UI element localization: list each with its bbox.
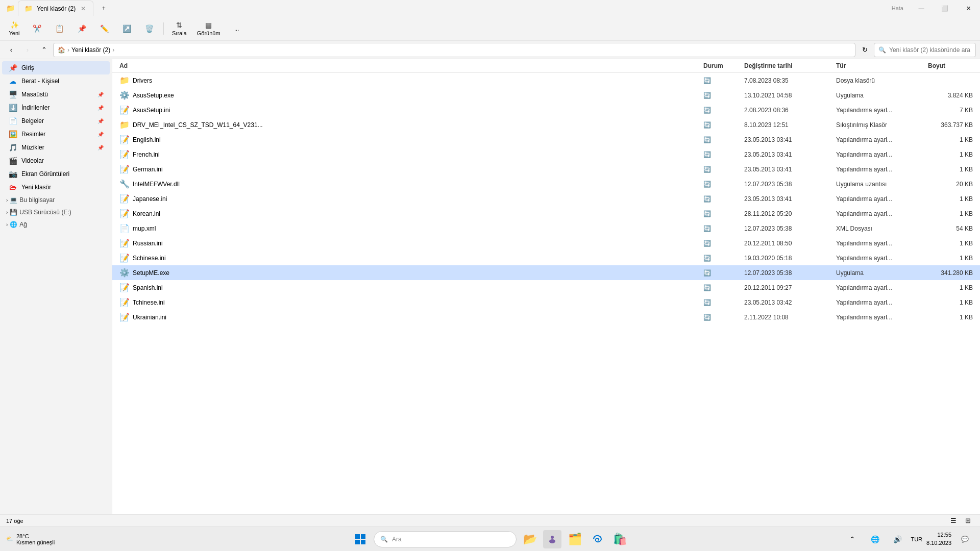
- sync-icon: 🔄: [703, 181, 711, 188]
- table-row[interactable]: 📝 Schinese.ini 🔄 19.03.2020 05:18 Yapıla…: [112, 251, 980, 265]
- col-size[interactable]: Boyut: [925, 61, 976, 70]
- taskbar-store-button[interactable]: 🛍️: [610, 530, 629, 548]
- paste-button[interactable]: 📌: [71, 18, 92, 39]
- col-type[interactable]: Tür: [833, 61, 925, 70]
- file-type: Yapılandırma ayarl...: [833, 253, 925, 263]
- sidebar-yeniklasor-label: Yeni klasör: [21, 184, 51, 191]
- minimize-button[interactable]: —: [910, 0, 933, 16]
- table-row[interactable]: 📝 English.ini 🔄 23.05.2013 03:41 Yapılan…: [112, 132, 980, 147]
- sound-icon[interactable]: 🔊: [888, 530, 906, 548]
- sync-icon: 🔄: [703, 166, 711, 173]
- grid-view-button[interactable]: ⊞: [962, 516, 974, 526]
- table-row[interactable]: 📝 Japanese.ini 🔄 23.05.2013 03:41 Yapıla…: [112, 191, 980, 206]
- delete-button[interactable]: 🗑️: [139, 18, 159, 39]
- sidebar-item-indirilenler[interactable]: ⬇️ İndirilenler 📌: [2, 101, 110, 114]
- table-row[interactable]: 📁 DRV_MEI_Intel_CS_SZ_TSD_W11_64_V231...…: [112, 117, 980, 132]
- pin-indicator-3: 📌: [97, 118, 104, 124]
- sidebar-group-ag[interactable]: › 🌐 Ağ: [0, 218, 112, 231]
- table-row[interactable]: 📝 Spanish.ini 🔄 20.12.2011 09:27 Yapılan…: [112, 280, 980, 295]
- table-row[interactable]: 📝 Tchinese.ini 🔄 23.05.2013 03:42 Yapıla…: [112, 295, 980, 310]
- more-button[interactable]: ...: [227, 18, 247, 39]
- search-box[interactable]: 🔍: [874, 43, 976, 57]
- file-modified: 2.08.2023 08:36: [741, 105, 833, 115]
- sidebar-group-usb[interactable]: › 💾 USB Sürücüsü (E:): [0, 206, 112, 218]
- file-status: 🔄: [700, 179, 741, 189]
- sidebar-group-bilgisayar[interactable]: › 💻 Bu bilgisayar: [0, 194, 112, 206]
- file-name: English.ini: [133, 136, 161, 143]
- new-tab-button[interactable]: +: [95, 1, 112, 16]
- taskbar-edge-button[interactable]: [588, 530, 606, 548]
- close-button[interactable]: ✕: [957, 0, 980, 16]
- show-hidden-icons-button[interactable]: ⌃: [843, 530, 862, 548]
- taskbar-start-button[interactable]: [351, 530, 370, 548]
- notification-button[interactable]: 💬: [955, 530, 974, 548]
- sidebar-item-resimler[interactable]: 🖼️ Resimler 📌: [2, 128, 110, 141]
- col-status[interactable]: Durum: [700, 61, 741, 70]
- sidebar-item-cloud[interactable]: ☁ Berat - Kişisel: [2, 74, 110, 88]
- forward-button[interactable]: ›: [20, 43, 35, 57]
- file-size: 363.737 KB: [925, 120, 976, 130]
- sort-button[interactable]: ⇅ Sırala: [168, 18, 191, 39]
- address-path[interactable]: 🏠 › Yeni klasör (2) ›: [53, 43, 855, 57]
- view-button[interactable]: ▦ Görünüm: [193, 18, 225, 39]
- sidebar-item-masaustu[interactable]: 🖥️ Masaüstü 📌: [2, 88, 110, 101]
- table-row[interactable]: 📁 Drivers 🔄 7.08.2023 08:35 Dosya klasör…: [112, 73, 980, 88]
- taskbar-files-button[interactable]: 📂: [521, 530, 539, 548]
- refresh-button[interactable]: ↻: [857, 43, 872, 57]
- network-icon-taskbar[interactable]: 🌐: [866, 530, 884, 548]
- sort-label: Sırala: [172, 30, 187, 36]
- file-modified: 12.07.2023 05:38: [741, 223, 833, 234]
- table-row[interactable]: 📝 German.ini 🔄 23.05.2013 03:41 Yapıland…: [112, 162, 980, 177]
- path-segment[interactable]: Yeni klasör (2): [71, 46, 110, 54]
- col-modified[interactable]: Değiştirme tarihi: [741, 61, 833, 70]
- col-name[interactable]: Ad: [116, 61, 700, 70]
- sync-icon: 🔄: [703, 314, 711, 321]
- up-button[interactable]: ⌃: [37, 43, 51, 57]
- pin-indicator-2: 📌: [97, 105, 104, 111]
- home-icon: 🏠: [58, 46, 65, 54]
- sidebar-item-giris[interactable]: 📌 Giriş: [2, 61, 110, 74]
- new-icon: ✨: [10, 21, 19, 29]
- table-row[interactable]: 📝 Ukrainian.ini 🔄 2.11.2022 10:08 Yapıla…: [112, 310, 980, 324]
- rename-button[interactable]: ✏️: [94, 18, 114, 39]
- back-button[interactable]: ‹: [4, 43, 18, 57]
- sidebar-item-videolar[interactable]: 🎬 Videolar: [2, 154, 110, 167]
- table-row[interactable]: 🔧 IntelMEFWVer.dll 🔄 12.07.2023 05:38 Uy…: [112, 177, 980, 191]
- taskbar-teams-button[interactable]: [543, 530, 561, 548]
- sync-icon: 🔄: [703, 240, 711, 247]
- sidebar-item-yeniklasör[interactable]: 🗁 Yeni klasör: [2, 181, 110, 194]
- tab-close-icon[interactable]: ✕: [80, 5, 87, 12]
- sidebar-ekran-label: Ekran Görüntüleri: [21, 170, 69, 178]
- table-row[interactable]: ⚙️ SetupME.exe 🔄 12.07.2023 05:38 Uygula…: [112, 265, 980, 280]
- table-row[interactable]: 📝 AsusSetup.ini 🔄 2.08.2023 08:36 Yapıla…: [112, 103, 980, 117]
- table-row[interactable]: ⚙️ AsusSetup.exe 🔄 13.10.2021 04:58 Uygu…: [112, 88, 980, 103]
- pin-indicator-5: 📌: [97, 145, 104, 151]
- list-view-button[interactable]: ☰: [947, 516, 960, 526]
- table-row[interactable]: 📝 Korean.ini 🔄 28.11.2012 05:20 Yapıland…: [112, 206, 980, 221]
- tab-active[interactable]: 📁 Yeni klasör (2) ✕: [18, 1, 93, 16]
- svg-rect-1: [361, 534, 365, 539]
- sidebar-item-ekran[interactable]: 📷 Ekran Görüntüleri: [2, 167, 110, 181]
- file-modified: 12.07.2023 05:38: [741, 268, 833, 278]
- weather-widget[interactable]: ⛅ 28°C Kısmen güneşli: [6, 533, 55, 545]
- sidebar-item-muzikler[interactable]: 🎵 Müzikler 📌: [2, 141, 110, 154]
- file-modified: 20.12.2011 09:27: [741, 283, 833, 293]
- computer-icon: 💻: [10, 196, 17, 204]
- cut-button[interactable]: ✂️: [27, 18, 47, 39]
- taskbar-search-bar[interactable]: 🔍 Ara: [374, 531, 517, 547]
- maximize-button[interactable]: ⬜: [933, 0, 957, 16]
- table-row[interactable]: 📝 Russian.ini 🔄 20.12.2011 08:50 Yapılan…: [112, 236, 980, 251]
- network-icon: 🌐: [10, 221, 17, 228]
- search-input[interactable]: [889, 46, 971, 54]
- table-row[interactable]: 📝 French.ini 🔄 23.05.2013 03:41 Yapıland…: [112, 147, 980, 162]
- cut-icon: ✂️: [33, 24, 41, 33]
- copy-button[interactable]: 📋: [49, 18, 69, 39]
- new-button[interactable]: ✨ Yeni: [4, 18, 24, 39]
- system-lang[interactable]: TUR: [911, 536, 922, 542]
- sidebar-item-belgeler[interactable]: 📄 Belgeler 📌: [2, 114, 110, 128]
- table-row[interactable]: 📄 mup.xml 🔄 12.07.2023 05:38 XML Dosyası…: [112, 221, 980, 236]
- taskbar-explorer-button[interactable]: 🗂️: [566, 530, 584, 548]
- sync-icon: 🔄: [703, 151, 711, 158]
- share-button[interactable]: ↗️: [116, 18, 137, 39]
- clock[interactable]: 12:55 8.10.2023: [926, 531, 951, 547]
